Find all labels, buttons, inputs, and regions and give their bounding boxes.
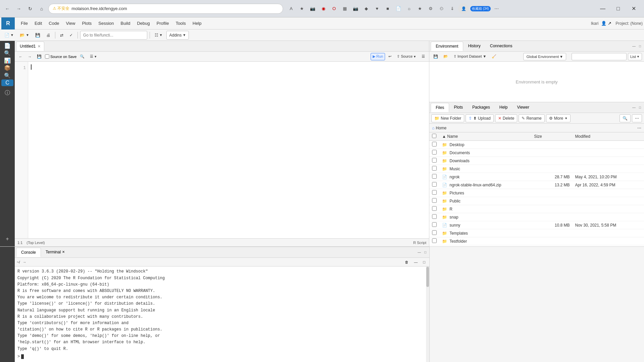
bookmark-star-icon[interactable]: ★ xyxy=(297,4,307,13)
console-scrollbar-thumb[interactable] xyxy=(426,267,429,287)
workspace-button[interactable]: ☷ ▼ xyxy=(152,31,165,40)
file-checkbox[interactable] xyxy=(432,150,437,155)
sidebar-icon-c[interactable]: C xyxy=(1,79,13,86)
select-all-checkbox[interactable] xyxy=(432,134,436,138)
more-menu-icon[interactable]: ⋯ xyxy=(492,4,501,13)
menu-session[interactable]: Session xyxy=(95,19,117,27)
opera-icon[interactable]: O xyxy=(329,4,339,13)
close-terminal-icon[interactable]: ✕ xyxy=(62,250,65,254)
files-panel-minimize-icon[interactable]: — xyxy=(631,105,637,110)
file-checkbox[interactable] xyxy=(432,142,437,146)
sidebar-icon-plots[interactable]: 📊 xyxy=(1,57,13,64)
maximize-window-button[interactable]: □ xyxy=(610,3,626,14)
editor-save-button[interactable]: 💾 xyxy=(35,53,44,60)
close-window-button[interactable]: ✕ xyxy=(626,3,641,14)
download-icon[interactable]: ⇓ xyxy=(447,4,457,13)
files-select-all-header[interactable] xyxy=(429,132,439,141)
table-row[interactable]: 📁 R xyxy=(429,205,644,213)
ext3-icon[interactable]: 📷 xyxy=(351,4,360,13)
list-view-button[interactable]: List ▼ xyxy=(628,53,642,60)
console-scrollbar[interactable] xyxy=(426,266,429,362)
ext6-icon[interactable]: ■ xyxy=(383,4,392,13)
table-row[interactable]: 📁 Testfolder xyxy=(429,237,644,245)
refresh-button[interactable]: ↻ xyxy=(25,4,35,13)
files-name-header[interactable]: ▲ Name xyxy=(439,132,531,141)
home-path-label[interactable]: Home xyxy=(436,126,446,130)
save-button[interactable]: 💾 xyxy=(33,31,43,40)
console-minimize-button[interactable]: — xyxy=(412,258,420,266)
ext1-icon[interactable]: ◉ xyxy=(319,4,328,13)
menu-build[interactable]: Build xyxy=(117,19,134,27)
sidebar-icon-help[interactable]: 🔍 xyxy=(1,72,13,79)
run-button[interactable]: ▶ Run xyxy=(371,53,385,60)
table-row[interactable]: 📄 ngrok 28.7 MB May 4, 2021, 10:20 PM xyxy=(429,173,644,181)
ext9-icon[interactable]: ★ xyxy=(415,4,425,13)
menu-tools[interactable]: Tools xyxy=(172,19,189,27)
console-panel-maximize-icon[interactable]: □ xyxy=(423,250,428,255)
history-icon[interactable]: ⏲ xyxy=(437,4,446,13)
tab-files[interactable]: Files xyxy=(431,103,449,112)
sidebar-icon-files[interactable]: 📄 xyxy=(1,42,13,49)
menu-help[interactable]: Help xyxy=(189,19,205,27)
table-row[interactable]: 📄 ngrok-stable-linux-amd64.zip 13.2 MB A… xyxy=(429,181,644,189)
ext5-icon[interactable]: ♥ xyxy=(372,4,382,13)
table-row[interactable]: 📁 Documents xyxy=(429,149,644,157)
print-button[interactable]: 🖨 xyxy=(44,31,53,40)
table-row[interactable]: 📁 Downloads xyxy=(429,157,644,165)
table-row[interactable]: 📁 Pictures xyxy=(429,189,644,197)
editor-search-button[interactable]: 🔍 xyxy=(78,53,87,60)
file-checkbox[interactable] xyxy=(432,206,437,211)
file-checkbox[interactable] xyxy=(432,222,437,227)
file-checkbox[interactable] xyxy=(432,238,437,243)
table-row[interactable]: 📄 sunny 10.8 MB Nov 30, 2021, 5:58 PM xyxy=(429,221,644,229)
source-on-save-checkbox[interactable] xyxy=(45,54,49,59)
tab-terminal[interactable]: Terminal ✕ xyxy=(41,248,69,257)
find-replace-button[interactable]: ⇄ xyxy=(58,31,66,40)
translate-icon[interactable]: A xyxy=(286,4,296,13)
file-checkbox[interactable] xyxy=(432,174,437,179)
code-level[interactable]: (Top Level) xyxy=(26,241,45,245)
tab-history[interactable]: History xyxy=(463,42,485,51)
tab-console[interactable]: Console xyxy=(16,248,41,257)
rerun-button[interactable]: ↩ xyxy=(386,53,393,60)
tab-plots[interactable]: Plots xyxy=(449,103,468,112)
ext2-icon[interactable]: ▦ xyxy=(340,4,350,13)
menu-edit[interactable]: Edit xyxy=(31,19,45,27)
tab-help[interactable]: Help xyxy=(495,103,513,112)
env-import-button[interactable]: ⇧ Import Dataset ▼ xyxy=(451,53,488,60)
editor-forward-button[interactable]: → xyxy=(26,53,34,60)
open-file-button[interactable]: 📂 ▼ xyxy=(17,31,32,40)
ext8-icon[interactable]: ☼ xyxy=(405,4,414,13)
files-options-button[interactable]: ⋯ xyxy=(632,114,642,122)
new-file-button[interactable]: 📄 ▼ xyxy=(2,31,16,40)
menu-debug[interactable]: Debug xyxy=(133,19,153,27)
files-panel-maximize-icon[interactable]: □ xyxy=(637,105,643,110)
console-maximize-button[interactable]: □ xyxy=(421,258,427,266)
menu-file[interactable]: File xyxy=(17,19,31,27)
table-row[interactable]: 📁 Templates xyxy=(429,229,644,237)
global-env-selector[interactable]: Global Environment ▼ xyxy=(523,53,566,60)
table-row[interactable]: 📁 Music xyxy=(429,165,644,173)
menu-view[interactable]: View xyxy=(62,19,78,27)
rename-button[interactable]: ✎ Rename xyxy=(519,114,544,122)
tab-viewer[interactable]: Viewer xyxy=(512,103,534,112)
console-dir-link[interactable]: → xyxy=(22,260,26,264)
screenshot-icon[interactable]: 📷 xyxy=(308,4,317,13)
table-row[interactable]: 📁 Public xyxy=(429,197,644,205)
panel-maximize-icon[interactable]: □ xyxy=(637,44,643,49)
file-checkbox[interactable] xyxy=(432,190,437,195)
file-checkbox[interactable] xyxy=(432,214,437,219)
console-panel-minimize-icon[interactable]: — xyxy=(417,250,422,255)
forward-button[interactable]: → xyxy=(14,4,23,13)
more-button[interactable]: ⚙ More ▼ xyxy=(546,114,571,122)
console-clear-button[interactable]: 🗑 xyxy=(403,258,411,266)
home-button[interactable]: ⌂ xyxy=(37,4,46,13)
tab-environment[interactable]: Environment xyxy=(431,42,463,51)
addins-button[interactable]: Addins ▼ xyxy=(166,31,189,40)
script-type[interactable]: R Script xyxy=(413,241,426,245)
go-to-file-input[interactable] xyxy=(80,31,147,40)
file-checkbox[interactable] xyxy=(432,230,437,235)
check-button[interactable]: ✓ xyxy=(67,31,75,40)
sidebar-icon-packages[interactable]: 📦 xyxy=(1,65,13,71)
sidebar-icon-info[interactable]: ⓘ xyxy=(1,87,13,99)
